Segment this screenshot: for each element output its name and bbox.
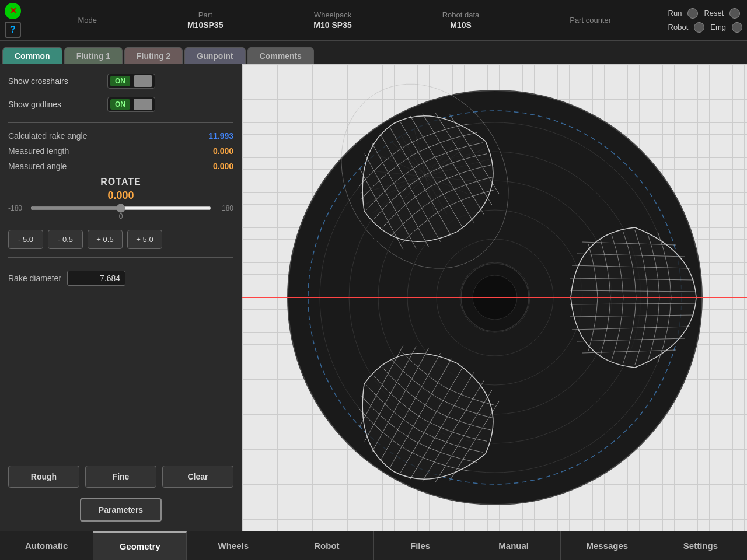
crosshairs-on: ON — [110, 76, 130, 86]
gridlines-row: Show gridlines ON — [8, 97, 233, 112]
gridlines-on: ON — [110, 99, 130, 110]
bottom-nav: Automatic Geometry Wheels Robot Files Ma… — [0, 531, 747, 560]
measured-length-row: Measured length 0.000 — [8, 146, 233, 156]
run-row: Run Reset — [668, 8, 742, 19]
reset-indicator — [729, 8, 740, 19]
plus05-button[interactable]: + 0.5 — [88, 230, 123, 249]
rotate-slider[interactable] — [30, 206, 211, 210]
tab-comments[interactable]: Comments — [247, 47, 314, 64]
rough-button[interactable]: Rough — [8, 466, 79, 488]
crosshair-vertical — [495, 64, 495, 531]
run-label: Run — [668, 9, 682, 18]
top-bar-actions: Run Reset Robot Emg — [668, 8, 742, 33]
spacer — [8, 292, 233, 454]
rake-diameter-input[interactable] — [67, 271, 125, 286]
slider-max: 180 — [216, 204, 233, 212]
minus05-button[interactable]: - 0.5 — [48, 230, 83, 249]
wheelpack-label: Wheelpack — [314, 10, 351, 19]
divider2 — [8, 257, 233, 258]
calc-rake-label: Calculated rake angle — [8, 131, 87, 141]
tab-common[interactable]: Common — [2, 47, 62, 64]
slider-min: -180 — [8, 204, 26, 212]
tab-fluting2[interactable]: Fluting 2 — [124, 47, 183, 64]
robot-data-value: M10S — [450, 20, 472, 30]
tab-fluting1[interactable]: Fluting 1 — [64, 47, 123, 64]
rake-diameter-label: Rake diameter — [8, 274, 61, 283]
robot-data-label: Robot data — [442, 10, 480, 19]
help-button[interactable]: ? — [5, 22, 21, 38]
fine-button[interactable]: Fine — [85, 466, 156, 488]
measured-angle-row: Measured angle 0.000 — [8, 162, 233, 171]
tab-gunpoint[interactable]: Gunpoint — [184, 47, 245, 64]
robot-row: Robot Emg — [668, 22, 742, 33]
nav-messages[interactable]: Messages — [561, 531, 654, 560]
crosshairs-toggle[interactable]: ON — [107, 74, 155, 89]
gridlines-toggle[interactable]: ON — [107, 97, 155, 112]
nav-wheels[interactable]: Wheels — [187, 531, 280, 560]
nav-settings[interactable]: Settings — [654, 531, 747, 560]
part-value: M10SP35 — [187, 20, 223, 30]
canvas-area[interactable] — [242, 64, 747, 531]
crosshairs-label: Show crosshairs — [8, 76, 102, 86]
crosshairs-row: Show crosshairs ON — [8, 74, 233, 89]
divider1 — [8, 123, 233, 123]
mode-label: Mode — [78, 16, 97, 24]
step-buttons: - 5.0 - 0.5 + 0.5 + 5.0 — [8, 230, 233, 249]
parameters-button[interactable]: Parameters — [80, 498, 162, 522]
part-label: Part — [198, 10, 212, 19]
part-counter-label: Part counter — [570, 16, 611, 24]
slider-zero: 0 — [119, 212, 123, 220]
left-panel: Show crosshairs ON Show gridlines ON Cal… — [0, 64, 242, 531]
nav-automatic[interactable]: Automatic — [0, 531, 93, 560]
tab-bar: Common Fluting 1 Fluting 2 Gunpoint Comm… — [0, 41, 747, 64]
main-area: Show crosshairs ON Show gridlines ON Cal… — [0, 64, 747, 531]
mode-col: Mode — [78, 16, 97, 24]
top-bar: ✕ ? Mode Part M10SP35 Wheelpack M10 SP35… — [0, 0, 747, 41]
nav-manual[interactable]: Manual — [467, 531, 561, 560]
robot-data-col: Robot data M10S — [442, 10, 480, 30]
gridlines-thumb — [134, 99, 152, 110]
bottom-buttons: Rough Fine Clear — [8, 466, 233, 488]
nav-robot[interactable]: Robot — [280, 531, 374, 560]
measured-length-label: Measured length — [8, 146, 69, 156]
measured-length-value: 0.000 — [213, 146, 233, 156]
part-counter-col: Part counter — [570, 16, 611, 24]
calc-rake-value: 11.993 — [208, 131, 233, 141]
nav-files[interactable]: Files — [374, 531, 467, 560]
measured-angle-label: Measured angle — [8, 162, 67, 171]
nav-geometry[interactable]: Geometry — [93, 531, 187, 560]
gridlines-label: Show gridlines — [8, 100, 102, 109]
robot-indicator — [694, 22, 704, 33]
crosshairs-thumb — [134, 75, 152, 87]
rotate-section: ROTATE 0.000 -180 180 0 — [8, 177, 233, 220]
robot-label: Robot — [668, 23, 689, 32]
emg-label: Emg — [710, 23, 726, 32]
clear-button[interactable]: Clear — [162, 466, 233, 488]
calc-rake-row: Calculated rake angle 11.993 — [8, 131, 233, 141]
part-col: Part M10SP35 — [187, 10, 223, 30]
emg-indicator — [732, 22, 742, 33]
top-bar-info: Mode Part M10SP35 Wheelpack M10 SP35 Rob… — [33, 10, 657, 30]
run-indicator — [687, 8, 698, 19]
plus5-button[interactable]: + 5.0 — [127, 230, 162, 249]
wheelpack-value: M10 SP35 — [313, 20, 351, 30]
rake-diameter-row: Rake diameter — [8, 271, 233, 286]
rotate-title: ROTATE — [100, 177, 141, 187]
minus5-button[interactable]: - 5.0 — [8, 230, 43, 249]
reset-label: Reset — [704, 9, 724, 18]
slider-row: -180 180 — [8, 204, 233, 212]
top-bar-left: ✕ ? — [5, 3, 21, 38]
rotate-value: 0.000 — [107, 190, 134, 202]
measured-angle-value: 0.000 — [213, 162, 233, 171]
wheelpack-col: Wheelpack M10 SP35 — [313, 10, 351, 30]
close-button[interactable]: ✕ — [5, 3, 21, 19]
